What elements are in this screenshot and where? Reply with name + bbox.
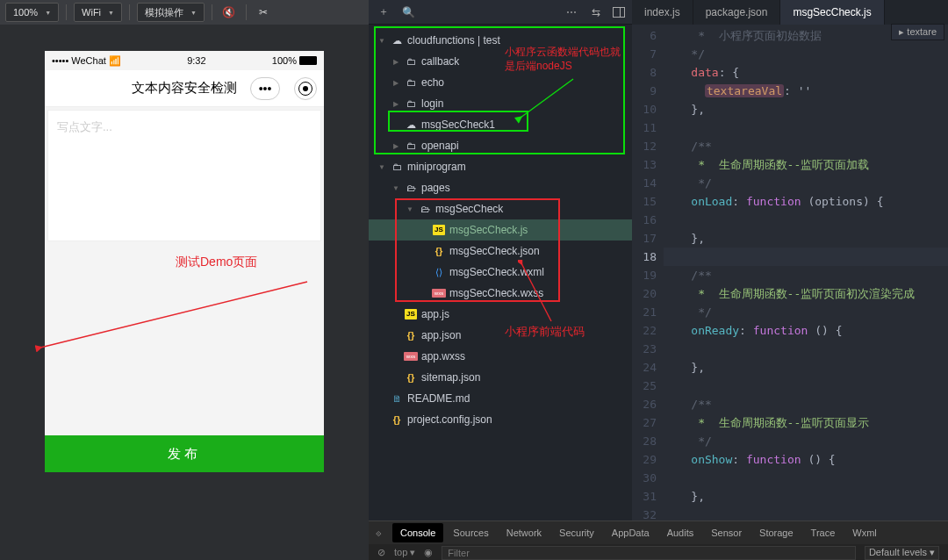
signal-icon: ••••• xyxy=(52,55,68,66)
devtools-inspect-icon[interactable]: ⟐ xyxy=(376,528,382,538)
folder-pages[interactable]: ▼🗁pages xyxy=(369,177,632,198)
eye-icon[interactable]: ◉ xyxy=(424,547,433,558)
file-msgseccheck-js[interactable]: JSmsgSecCheck.js xyxy=(369,219,632,241)
wxss-icon: wxs xyxy=(404,352,418,361)
tab-package-json[interactable]: package.json xyxy=(693,0,781,25)
tab-msgseccheck-js[interactable]: msgSecCheck.js xyxy=(780,0,884,25)
js-icon: JS xyxy=(405,309,417,319)
file-app-json[interactable]: {}app.json xyxy=(369,325,632,346)
file-app-wxss[interactable]: wxsapp.wxss xyxy=(369,346,632,367)
devtools: ⟐ Console Sources Network Security AppDa… xyxy=(369,521,948,560)
folder-icon: 🗀 xyxy=(404,77,418,88)
battery-pct: 100% xyxy=(272,55,297,66)
json-icon: {} xyxy=(432,246,446,256)
zoom-value: 100% xyxy=(13,7,38,18)
folder-echo[interactable]: ▶🗀echo xyxy=(369,72,632,93)
textarea-placeholder: 写点文字... xyxy=(57,120,112,133)
devtools-tab-trace[interactable]: Trace xyxy=(803,523,844,542)
text-input[interactable]: 写点文字... xyxy=(47,110,321,241)
network-value: WiFi xyxy=(82,7,101,18)
add-icon[interactable]: ＋ xyxy=(376,4,391,19)
search-icon[interactable]: 🔍 xyxy=(400,6,416,18)
cloud-icon: ☁ xyxy=(404,119,418,131)
json-icon: {} xyxy=(404,330,418,341)
simulator-toolbar: 100%▼ WiFi▼ 模拟操作▼ 🔇 ✂ xyxy=(0,0,369,25)
devtools-tab-wxml[interactable]: Wxml xyxy=(844,523,885,542)
cut-icon[interactable]: ✂ xyxy=(254,3,273,22)
zoom-select[interactable]: 100%▼ xyxy=(5,3,59,22)
devtools-tab-sources[interactable]: Sources xyxy=(445,523,496,542)
annotation-frontend: 小程序前端代码 xyxy=(505,323,585,341)
network-select[interactable]: WiFi▼ xyxy=(74,3,122,22)
mute-icon[interactable]: 🔇 xyxy=(219,3,239,22)
devtools-tab-storage[interactable]: Storage xyxy=(751,523,801,542)
file-msgseccheck-wxss[interactable]: wxsmsgSecCheck.wxss xyxy=(369,283,632,304)
js-icon: JS xyxy=(433,225,445,235)
file-project-config[interactable]: {}project.config.json xyxy=(369,409,632,430)
page-title: 文本内容安全检测 xyxy=(132,80,237,97)
devtools-tab-security[interactable]: Security xyxy=(551,523,602,542)
tab-index-js[interactable]: index.js xyxy=(632,0,693,25)
line-gutter: 6789101112131415161718192021222324252627… xyxy=(632,25,664,541)
file-msgseccheck-wxml[interactable]: ⟨⟩msgSecCheck.wxml xyxy=(369,262,632,283)
folder-openapi[interactable]: ▶🗀openapi xyxy=(369,135,632,156)
operation-value: 模拟操作 xyxy=(145,6,183,19)
json-icon: {} xyxy=(390,414,404,425)
split-icon[interactable] xyxy=(613,7,625,18)
wxml-icon: ⟨⟩ xyxy=(432,267,446,278)
folder-icon: 🗀 xyxy=(390,162,404,172)
markdown-icon: 🗎 xyxy=(390,393,404,404)
file-readme[interactable]: 🗎README.md xyxy=(369,388,632,409)
devtools-tab-network[interactable]: Network xyxy=(499,523,549,542)
file-sitemap-json[interactable]: {}sitemap.json xyxy=(369,367,632,388)
json-icon: {} xyxy=(404,372,418,383)
devtools-tab-console[interactable]: Console xyxy=(392,523,443,542)
devtools-tab-audits[interactable]: Audits xyxy=(659,523,702,542)
publish-button[interactable]: 发布 xyxy=(45,435,324,472)
wxss-icon: wxs xyxy=(432,289,446,298)
context-select[interactable]: top ▾ xyxy=(394,547,415,558)
folder-msgseccheck[interactable]: ▼🗁msgSecCheck xyxy=(369,198,632,219)
editor-tabs: index.js package.json msgSecCheck.js xyxy=(632,0,948,25)
log-levels-select[interactable]: Default levels ▾ xyxy=(865,546,939,560)
folder-miniprogram[interactable]: ▼🗀miniprogram xyxy=(369,156,632,177)
annotation-cloud: 小程序云函数端代码也就是后端nodeJS xyxy=(505,46,628,73)
more-button[interactable]: ••• xyxy=(250,77,280,100)
explorer-toolbar: ＋ 🔍 ⋯ ⇆ xyxy=(369,0,632,25)
console-filter-input[interactable] xyxy=(442,546,856,560)
close-progam-button[interactable] xyxy=(294,77,317,100)
phone-time: 9:32 xyxy=(187,55,205,66)
folder-icon: 🗁 xyxy=(404,183,418,193)
battery-icon xyxy=(299,56,317,65)
cloud-icon: ☁ xyxy=(390,35,404,47)
operation-select[interactable]: 模拟操作▼ xyxy=(137,3,205,22)
folder-icon: 🗀 xyxy=(404,56,418,67)
folder-login[interactable]: ▶🗀login xyxy=(369,93,632,114)
code-area[interactable]: * 小程序页面初始数据 */ data: { textareaVal: '' }… xyxy=(664,25,948,541)
devtools-tab-sensor[interactable]: Sensor xyxy=(703,523,750,542)
clear-console-icon[interactable]: ⊘ xyxy=(377,547,385,558)
devtools-tab-appdata[interactable]: AppData xyxy=(604,523,657,542)
file-app-js[interactable]: JSapp.js xyxy=(369,304,632,325)
carrier: WeChat xyxy=(71,55,106,66)
annotation-demo: 测试Demo页面 xyxy=(176,253,272,271)
folder-icon: 🗀 xyxy=(404,98,418,109)
file-tree: ▼☁cloudfunctions | test ▶🗀callback ▶🗀ech… xyxy=(369,25,632,560)
more-icon[interactable]: ⋯ xyxy=(564,6,579,18)
folder-icon: 🗀 xyxy=(404,140,418,151)
folder-icon: 🗁 xyxy=(418,204,432,214)
folder-msgseccheck1[interactable]: ☁msgSecCheck1 xyxy=(369,114,632,135)
collapse-icon[interactable]: ⇆ xyxy=(588,6,604,18)
breadcrumb-textarea[interactable]: ▸ textare xyxy=(891,24,944,40)
file-msgseccheck-json[interactable]: {}msgSecCheck.json xyxy=(369,241,632,262)
wifi-icon: 📶 xyxy=(109,55,121,67)
